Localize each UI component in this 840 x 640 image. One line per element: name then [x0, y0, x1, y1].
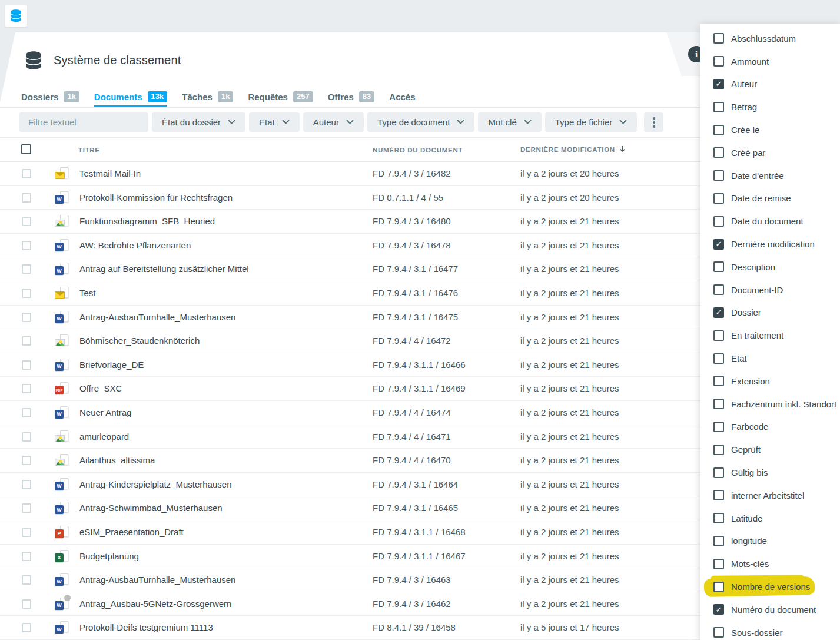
- column-checkbox[interactable]: [713, 445, 724, 455]
- filter-dropdown[interactable]: Auteur: [303, 112, 364, 132]
- column-checkbox[interactable]: [713, 353, 724, 364]
- column-option[interactable]: Créé par: [700, 141, 840, 164]
- column-option[interactable]: Date de remise: [700, 187, 840, 210]
- row-checkbox[interactable]: [22, 289, 31, 298]
- column-checkbox[interactable]: [713, 216, 724, 227]
- document-title[interactable]: Protokoll-Kommission für Rechtsfragen: [79, 193, 233, 203]
- column-option[interactable]: Mots-clés: [700, 552, 840, 575]
- column-checkbox[interactable]: ✓: [713, 604, 724, 615]
- column-option[interactable]: Extension: [700, 370, 840, 393]
- column-checkbox[interactable]: [713, 467, 724, 478]
- row-checkbox[interactable]: [22, 336, 31, 346]
- row-checkbox[interactable]: [22, 503, 31, 513]
- row-checkbox[interactable]: [22, 408, 31, 417]
- column-option[interactable]: Nombre de versions: [700, 575, 840, 598]
- document-title[interactable]: Neuer Antrag: [79, 407, 131, 417]
- select-all-checkbox[interactable]: [21, 144, 31, 154]
- kebab-menu-icon[interactable]: [644, 112, 663, 132]
- column-option[interactable]: Betrag: [700, 95, 840, 118]
- row-checkbox[interactable]: [22, 384, 31, 393]
- column-checkbox[interactable]: [713, 147, 724, 158]
- column-header-modified[interactable]: DERNIÈRE MODIFICATION: [520, 145, 627, 154]
- document-title[interactable]: Testmail Mail-In: [79, 168, 141, 178]
- column-option[interactable]: longitude: [700, 530, 840, 553]
- row-checkbox[interactable]: [22, 241, 31, 250]
- column-checkbox[interactable]: [713, 330, 724, 341]
- tab-offres[interactable]: Offres 83: [328, 88, 375, 107]
- column-checkbox[interactable]: [713, 399, 724, 409]
- document-title[interactable]: eSIM_Praesentation_Draft: [79, 527, 184, 537]
- row-checkbox[interactable]: [22, 575, 31, 585]
- column-checkbox[interactable]: [713, 422, 724, 432]
- row-checkbox[interactable]: [22, 456, 31, 465]
- tab-documents[interactable]: Documents 13k: [94, 88, 167, 107]
- tab-tâches[interactable]: Tâches 1k: [182, 88, 233, 107]
- column-header-title[interactable]: TITRE: [78, 147, 100, 154]
- column-option[interactable]: ✓ Numéro du document: [700, 598, 840, 621]
- document-title[interactable]: Antrag auf Bereitstellung zusätzlicher M…: [79, 264, 249, 274]
- document-title[interactable]: amurleopard: [79, 432, 129, 442]
- column-option[interactable]: Etat: [700, 347, 840, 370]
- document-title[interactable]: Antrag-Schwimmbad_Musterhausen: [79, 503, 223, 513]
- column-checkbox[interactable]: [713, 582, 724, 592]
- column-option[interactable]: ✓ Dernière modification: [700, 233, 840, 256]
- document-title[interactable]: Offre_SXC: [79, 383, 122, 393]
- column-option[interactable]: Fachzentrum inkl. Standort: [700, 393, 840, 416]
- column-option[interactable]: Sous-dossier: [700, 621, 840, 640]
- column-option[interactable]: ✓ Auteur: [700, 73, 840, 96]
- column-checkbox[interactable]: ✓: [713, 239, 724, 250]
- document-title[interactable]: Ailanthus_altissima: [79, 455, 155, 465]
- document-title[interactable]: Antrag_Ausbau-5GNetz-Grossgerwern: [79, 599, 231, 609]
- column-option[interactable]: Date du document: [700, 210, 840, 233]
- column-checkbox[interactable]: [713, 102, 724, 112]
- column-option[interactable]: interner Arbeitstitel: [700, 484, 840, 507]
- row-checkbox[interactable]: [22, 623, 31, 632]
- column-checkbox[interactable]: [713, 261, 724, 272]
- column-checkbox[interactable]: [713, 170, 724, 181]
- column-checkbox[interactable]: [713, 125, 724, 135]
- column-header-number[interactable]: NUMÉRO DU DOCUMENT: [373, 147, 463, 154]
- row-checkbox[interactable]: [22, 528, 31, 537]
- document-title[interactable]: Funktionsdiagramm_SFB_Heuried: [79, 216, 215, 226]
- row-checkbox[interactable]: [22, 432, 31, 442]
- app-logo[interactable]: [5, 5, 27, 27]
- column-option[interactable]: Abschlussdatum: [700, 27, 840, 50]
- row-checkbox[interactable]: [22, 599, 31, 609]
- tab-dossiers[interactable]: Dossiers 1k: [21, 88, 79, 107]
- document-title[interactable]: Böhmischer_Staudenknöterich: [79, 336, 200, 346]
- column-option[interactable]: Crée le: [700, 118, 840, 141]
- column-option[interactable]: Gültig bis: [700, 461, 840, 484]
- document-title[interactable]: Briefvorlage_DE: [79, 360, 144, 370]
- tab-requêtes[interactable]: Requêtes 257: [248, 88, 313, 107]
- column-option[interactable]: Document-ID: [700, 278, 840, 301]
- column-option[interactable]: Farbcode: [700, 416, 840, 439]
- column-checkbox[interactable]: [713, 627, 724, 638]
- document-title[interactable]: Budgetplanung: [79, 551, 139, 561]
- column-option[interactable]: Latitude: [700, 507, 840, 530]
- document-title[interactable]: Antrag-AusbauTurnhalle_Musterhausen: [79, 575, 235, 585]
- column-checkbox[interactable]: [713, 536, 724, 546]
- column-checkbox[interactable]: [713, 193, 724, 204]
- column-checkbox[interactable]: ✓: [713, 307, 724, 318]
- filter-dropdown[interactable]: Mot clé: [478, 112, 541, 132]
- row-checkbox[interactable]: [22, 217, 31, 226]
- row-checkbox[interactable]: [22, 360, 31, 370]
- document-title[interactable]: Antrag-AusbauTurnhalle_Musterhausen: [79, 312, 235, 322]
- filter-dropdown[interactable]: État du dossier: [152, 112, 245, 132]
- filter-dropdown[interactable]: Type de fichier: [545, 112, 638, 132]
- column-checkbox[interactable]: [713, 490, 724, 500]
- column-checkbox[interactable]: [713, 56, 724, 67]
- tab-accès[interactable]: Accès: [389, 88, 415, 107]
- column-checkbox[interactable]: [713, 513, 724, 523]
- row-checkbox[interactable]: [22, 193, 31, 203]
- row-checkbox[interactable]: [22, 313, 31, 322]
- row-checkbox[interactable]: [22, 480, 31, 489]
- column-option[interactable]: Ammount: [700, 50, 840, 73]
- row-checkbox[interactable]: [22, 169, 31, 178]
- column-checkbox[interactable]: [713, 376, 724, 386]
- column-option[interactable]: ✓ Dossier: [700, 301, 840, 324]
- column-option[interactable]: Geprüft: [700, 438, 840, 461]
- document-title[interactable]: Protokoll-Deifs testgremium 11113: [79, 622, 213, 632]
- column-checkbox[interactable]: ✓: [713, 79, 724, 89]
- column-option[interactable]: Date d'entrée: [700, 164, 840, 187]
